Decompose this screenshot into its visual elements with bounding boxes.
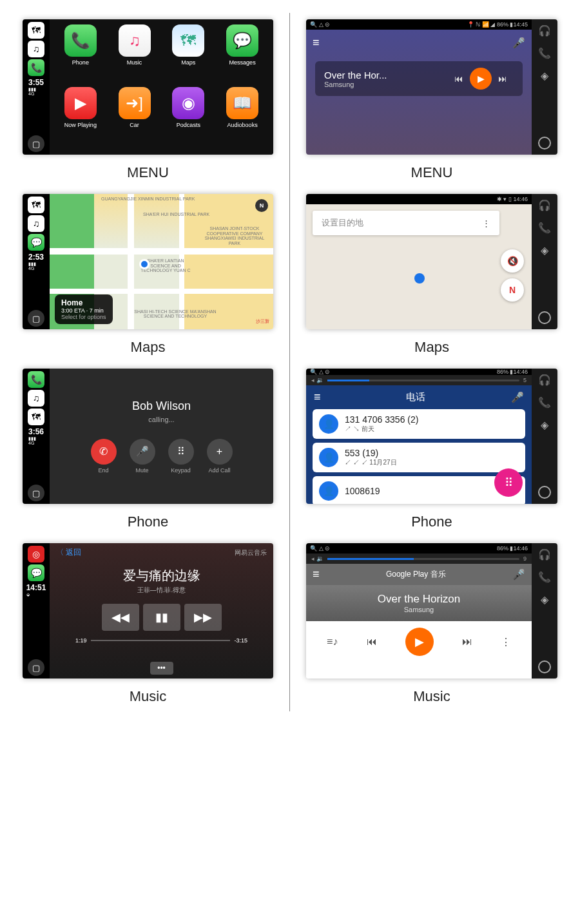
map-canvas[interactable]: 设置目的地⋮ 🔇 N bbox=[306, 204, 532, 329]
signal: ▮▮▮4G bbox=[28, 87, 44, 96]
nav-icon[interactable]: ◈ bbox=[541, 593, 548, 606]
now-playing-icon: ▶ bbox=[64, 87, 97, 119]
circle-button[interactable] bbox=[538, 486, 551, 499]
compass-icon[interactable]: N bbox=[255, 199, 268, 212]
phone-icon[interactable]: 📞 bbox=[538, 571, 551, 583]
caption: Maps bbox=[23, 339, 273, 356]
headphones-icon[interactable]: 🎧 bbox=[538, 24, 551, 37]
forward-button[interactable]: ▶▶ bbox=[184, 604, 222, 631]
app-now-playing[interactable]: ▶Now Playing bbox=[53, 87, 108, 149]
nav-icon[interactable]: ◈ bbox=[541, 70, 548, 82]
mute-button[interactable]: 🎤Mute bbox=[130, 439, 155, 474]
circle-button[interactable] bbox=[538, 137, 551, 149]
more-icon[interactable]: ⋮ bbox=[482, 218, 490, 228]
mute-button[interactable]: 🔇 bbox=[501, 249, 524, 273]
app-messages[interactable]: 💬Messages bbox=[215, 24, 269, 87]
hamburger-icon[interactable]: ≡ bbox=[314, 390, 321, 404]
more-icon[interactable]: ⋮ bbox=[501, 636, 511, 648]
recent-app-phone-icon[interactable]: 📞 bbox=[28, 59, 44, 76]
audiobooks-icon: 📖 bbox=[226, 87, 258, 119]
call-row[interactable]: 👤1008619 bbox=[313, 476, 525, 504]
recent-app-maps-icon[interactable]: 🗺 bbox=[28, 409, 44, 425]
compass-button[interactable]: N bbox=[501, 278, 524, 302]
play-button[interactable]: ▶ bbox=[405, 628, 434, 656]
app-podcasts[interactable]: ◉Podcasts bbox=[162, 87, 216, 149]
car-icon: ➜] bbox=[119, 87, 151, 119]
status-bar: ✱ ▾ ▯ 14:46 bbox=[306, 194, 532, 204]
more-button[interactable]: ••• bbox=[150, 662, 173, 675]
headphones-icon[interactable]: 🎧 bbox=[538, 374, 551, 386]
phone-icon: 📞 bbox=[64, 24, 97, 57]
phone-icon[interactable]: 📞 bbox=[538, 396, 551, 409]
recent-app-messages-icon[interactable]: 💬 bbox=[28, 564, 44, 581]
destination-card[interactable]: Home 3:00 ETA · 7 min Select for options bbox=[55, 294, 113, 324]
recent-app-maps-icon[interactable]: 🗺 bbox=[28, 22, 44, 39]
play-icon[interactable]: ▶ bbox=[470, 68, 492, 90]
caption: Music bbox=[23, 688, 273, 705]
nav-icon[interactable]: ◈ bbox=[541, 419, 548, 431]
volume-bar[interactable]: ◂ 🔉9 bbox=[306, 553, 532, 564]
dialpad-button[interactable]: ⠿ bbox=[494, 468, 523, 497]
progress-bar[interactable] bbox=[91, 640, 231, 641]
call-row[interactable]: 👤553 (19)↙ ↙ ↙ 11月27日 bbox=[313, 443, 525, 472]
carplay-sidebar: 🗺 ♫ 📞 3:55 ▮▮▮4G ▢ bbox=[23, 19, 50, 155]
queue-icon[interactable]: ≡♪ bbox=[327, 636, 338, 648]
home-button[interactable]: ▢ bbox=[28, 310, 44, 327]
pause-button[interactable]: ▮▮ bbox=[143, 604, 180, 631]
app-maps[interactable]: 🗺Maps bbox=[162, 24, 216, 87]
nav-icon[interactable]: ◈ bbox=[541, 244, 548, 256]
clock: 3:56 bbox=[28, 427, 44, 436]
recent-app-phone-icon[interactable]: 📞 bbox=[28, 371, 44, 388]
next-button[interactable]: ⏭ bbox=[462, 636, 472, 648]
previous-button[interactable]: ⏮ bbox=[367, 636, 377, 648]
headphones-icon[interactable]: 🎧 bbox=[538, 548, 551, 561]
search-input[interactable]: 设置目的地⋮ bbox=[313, 211, 499, 235]
song-artist: Samsung bbox=[314, 606, 524, 613]
android-auto-music-screen: 🔍 △ ⊝86% ▮14:46 ◂ 🔉9 ≡ Google Play 音乐 🎤 … bbox=[306, 543, 557, 679]
home-button[interactable]: ▢ bbox=[28, 485, 44, 501]
song-title: 爱与痛的边缘 bbox=[50, 567, 273, 584]
home-button[interactable]: ▢ bbox=[28, 135, 44, 152]
home-button[interactable]: ▢ bbox=[28, 659, 44, 676]
recent-app-netease-icon[interactable]: ◎ bbox=[28, 546, 44, 563]
carplay-sidebar: 📞 ♫ 🗺 3:56 ▮▮▮4G ▢ bbox=[23, 369, 50, 504]
app-phone[interactable]: 📞Phone bbox=[53, 24, 108, 87]
circle-button[interactable] bbox=[538, 660, 551, 673]
add-call-button[interactable]: +Add Call bbox=[207, 439, 233, 474]
mic-icon[interactable]: 🎤 bbox=[512, 568, 525, 581]
end-button[interactable]: ✆End bbox=[91, 439, 117, 474]
recent-app-music-icon[interactable]: ♫ bbox=[28, 215, 44, 232]
next-icon[interactable]: ⏭ bbox=[492, 68, 514, 90]
circle-button[interactable] bbox=[538, 311, 551, 324]
app-car[interactable]: ➜]Car bbox=[108, 87, 162, 149]
android-sidebar: 🎧 📞 ◈ bbox=[532, 543, 557, 679]
keypad-button[interactable]: ⠿Keypad bbox=[168, 439, 194, 474]
map-canvas[interactable]: GUANGYANGJIE XINMIN INDUSTRIAL PARK SHA'… bbox=[50, 194, 273, 329]
phone-icon[interactable]: 📞 bbox=[538, 47, 551, 59]
recent-app-maps-icon[interactable]: 🗺 bbox=[28, 197, 44, 213]
recent-app-messages-icon[interactable]: 💬 bbox=[28, 234, 44, 251]
hamburger-icon[interactable]: ≡ bbox=[313, 568, 320, 581]
hamburger-icon[interactable]: ≡ bbox=[313, 36, 320, 50]
avatar-icon: 👤 bbox=[319, 481, 338, 501]
app-audiobooks[interactable]: 📖Audiobooks bbox=[215, 87, 269, 149]
call-row[interactable]: 👤131 4706 3356 (2)↗ ↘ 前天 bbox=[313, 409, 525, 439]
recent-app-music-icon[interactable]: ♫ bbox=[28, 390, 44, 407]
app-label: Podcasts bbox=[177, 122, 200, 128]
app-music[interactable]: ♫Music bbox=[108, 24, 162, 87]
caller-name: Bob Wilson bbox=[132, 399, 191, 413]
recent-app-music-icon[interactable]: ♫ bbox=[28, 41, 44, 57]
now-playing-card[interactable]: Over the Hor... Samsung ⏮ ▶ ⏭ bbox=[315, 61, 523, 96]
back-button[interactable]: 〈 返回 bbox=[56, 547, 81, 558]
screen-title: 电话 bbox=[321, 391, 511, 403]
mic-icon[interactable]: 🎤 bbox=[512, 37, 525, 49]
carplay-sidebar: 🗺 ♫ 💬 2:53 ▮▮▮4G ▢ bbox=[23, 194, 50, 329]
volume-bar[interactable]: ◂ 🔉5 bbox=[306, 375, 532, 385]
android-sidebar: 🎧 📞 ◈ bbox=[532, 19, 557, 155]
mic-icon[interactable]: 🎤 bbox=[511, 391, 524, 403]
rewind-button[interactable]: ◀◀ bbox=[102, 604, 139, 631]
headphones-icon[interactable]: 🎧 bbox=[538, 199, 551, 211]
previous-icon[interactable]: ⏮ bbox=[448, 68, 470, 90]
elapsed-time: 1:19 bbox=[75, 637, 87, 644]
phone-icon[interactable]: 📞 bbox=[538, 222, 551, 234]
